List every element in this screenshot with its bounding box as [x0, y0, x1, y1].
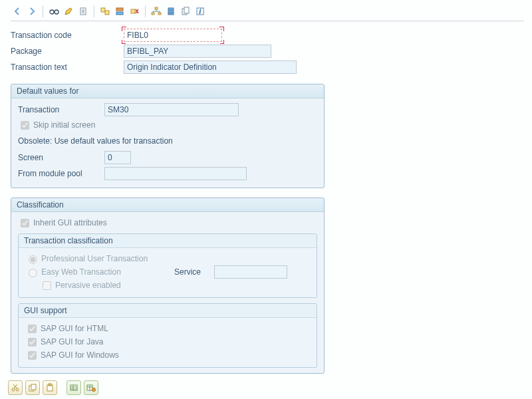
tc-title: Transaction classification	[19, 234, 317, 248]
stack-icon[interactable]	[164, 5, 178, 18]
svg-rect-16	[197, 8, 203, 15]
skip-checkbox	[21, 121, 29, 130]
classification-group: Classification Inherit GUI attributes Tr…	[11, 198, 325, 374]
svg-rect-12	[168, 11, 174, 13]
svg-point-0	[50, 10, 54, 14]
table-icon[interactable]	[66, 380, 81, 395]
trans-field	[104, 103, 239, 116]
prof-radio	[29, 255, 37, 264]
easy-label: Easy Web Transaction	[41, 267, 174, 277]
tcode-input[interactable]	[124, 29, 222, 42]
inherit-label: Inherit GUI attributes	[33, 218, 107, 227]
forward-icon[interactable]	[25, 5, 39, 18]
svg-rect-7	[131, 9, 135, 13]
trans-label: Transaction	[18, 105, 104, 114]
prof-label: Professional User Transaction	[41, 254, 148, 263]
package-label: Package	[11, 47, 124, 56]
tcode-label: Transaction code	[11, 31, 124, 40]
where-used-icon[interactable]	[113, 5, 126, 18]
svg-rect-9	[152, 13, 154, 15]
svg-rect-22	[47, 385, 53, 391]
svg-rect-5	[116, 8, 123, 11]
screen-label: Screen	[18, 153, 104, 162]
docs-icon[interactable]	[179, 5, 192, 18]
svg-rect-6	[116, 12, 123, 15]
service-field	[214, 265, 287, 279]
svg-rect-25	[87, 385, 92, 390]
defaults-group: Default values for Transaction Skip init…	[11, 84, 325, 188]
svg-text:i: i	[199, 7, 201, 16]
svg-point-18	[12, 388, 15, 391]
inherit-checkbox	[21, 219, 29, 227]
new-doc-icon[interactable]	[76, 5, 90, 18]
svg-point-26	[92, 388, 96, 392]
svg-rect-24	[70, 385, 77, 390]
skip-label: Skip initial screen	[33, 120, 95, 130]
toolbar: i	[11, 4, 524, 21]
screen-field	[104, 151, 131, 164]
gui-html-checkbox	[28, 325, 37, 333]
svg-rect-2	[80, 8, 86, 15]
gui-win-label: SAP GUI for Windows	[41, 350, 119, 360]
defaults-title: Default values for	[11, 84, 324, 98]
pervasive-label: Pervasive enabled	[55, 281, 121, 290]
hierarchy-icon[interactable]	[150, 5, 163, 18]
svg-rect-21	[31, 384, 36, 390]
svg-rect-11	[168, 8, 174, 10]
svg-rect-3	[101, 8, 105, 12]
gui-html-label: SAP GUI for HTML	[41, 324, 108, 333]
svg-rect-15	[184, 7, 189, 13]
gui-win-checkbox	[28, 351, 37, 360]
pool-field	[104, 167, 247, 180]
svg-rect-23	[49, 384, 51, 386]
gui-java-label: SAP GUI for Java	[41, 337, 103, 346]
svg-rect-13	[168, 13, 174, 15]
svg-point-19	[16, 388, 19, 391]
package-field	[124, 45, 271, 58]
gui-java-checkbox	[28, 338, 37, 346]
tc-group: Transaction classification Professional …	[18, 233, 317, 298]
svg-rect-4	[105, 11, 109, 15]
service-label: Service	[174, 267, 214, 277]
copy-tree-icon[interactable]	[98, 5, 112, 18]
delete-tree-icon[interactable]	[128, 5, 141, 18]
pencil-icon[interactable]	[62, 5, 75, 18]
info-icon[interactable]: i	[194, 5, 207, 18]
easy-radio	[29, 269, 37, 277]
glasses-icon[interactable]	[47, 5, 61, 18]
svg-rect-20	[29, 386, 34, 391]
svg-rect-14	[182, 9, 187, 15]
gui-title: GUI support	[19, 304, 317, 318]
text-field	[124, 61, 297, 74]
back-icon[interactable]	[11, 5, 24, 18]
svg-point-1	[55, 10, 59, 14]
bottom-toolbar	[8, 380, 98, 395]
copy-icon[interactable]	[25, 380, 40, 395]
cut-icon[interactable]	[8, 380, 23, 395]
paste-icon[interactable]	[43, 380, 57, 395]
text-label: Transaction text	[11, 63, 124, 72]
obsolete-text: Obsolete: Use default values for transac…	[18, 136, 173, 146]
svg-rect-10	[158, 13, 161, 15]
tcode-field-wrap	[124, 29, 222, 42]
table-settings-icon[interactable]	[84, 380, 98, 395]
classification-title: Classification	[11, 198, 324, 212]
pool-label: From module pool	[18, 169, 104, 178]
svg-rect-8	[155, 7, 158, 9]
gui-group: GUI support SAP GUI for HTML SAP GUI for…	[18, 303, 317, 368]
pervasive-checkbox	[43, 281, 51, 290]
